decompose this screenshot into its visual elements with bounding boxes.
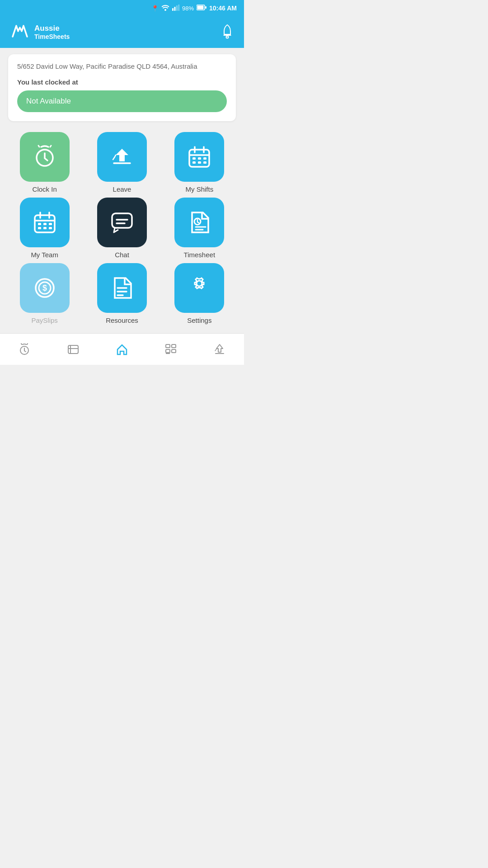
- svg-rect-3: [176, 5, 178, 11]
- app-header: Aussie TimeSheets: [0, 16, 244, 48]
- logo-icon: [9, 20, 31, 44]
- svg-rect-57: [166, 349, 170, 353]
- svg-line-37: [197, 222, 199, 223]
- svg-rect-55: [166, 344, 170, 348]
- svg-rect-28: [49, 223, 52, 225]
- svg-rect-32: [112, 213, 132, 228]
- address-text: 5/652 David Low Way, Pacific Paradise QL…: [17, 61, 227, 71]
- svg-rect-4: [178, 5, 180, 11]
- chat-icon-box: [97, 198, 147, 247]
- nav-grid[interactable]: [157, 339, 185, 360]
- resources-icon-box: [97, 263, 147, 313]
- my-shifts-label: My Shifts: [185, 185, 213, 193]
- menu-item-payslips[interactable]: $ PaySlips: [8, 263, 81, 324]
- time-display: 10:46 AM: [209, 5, 237, 12]
- svg-rect-52: [68, 345, 78, 354]
- svg-rect-27: [43, 223, 47, 225]
- my-shifts-icon-box: [174, 132, 224, 182]
- svg-rect-21: [203, 161, 206, 164]
- svg-rect-2: [174, 7, 176, 11]
- battery-percent: 98%: [182, 5, 194, 12]
- resources-label: Resources: [106, 316, 138, 324]
- last-clocked-label: You last clocked at: [17, 78, 227, 86]
- logo-container: Aussie TimeSheets: [9, 20, 70, 44]
- status-icons: 📍 98% 10:46 AM: [151, 5, 237, 12]
- notification-bell[interactable]: [220, 24, 235, 41]
- menu-item-my-team[interactable]: My Team: [8, 198, 81, 259]
- battery-icon: [197, 5, 206, 12]
- svg-line-48: [21, 344, 22, 344]
- location-icon: 📍: [151, 5, 159, 12]
- svg-line-11: [50, 146, 51, 147]
- logo-text: Aussie TimeSheets: [34, 24, 70, 40]
- timesheet-icon-box: [174, 198, 224, 247]
- svg-point-46: [197, 281, 202, 286]
- payslips-icon-box: $: [20, 263, 70, 313]
- menu-item-clock-in[interactable]: Clock In: [8, 132, 81, 193]
- svg-rect-1: [172, 8, 174, 11]
- svg-rect-30: [43, 227, 47, 229]
- svg-rect-56: [172, 344, 176, 348]
- bottom-navigation: [0, 333, 244, 365]
- timesheet-label: Timesheet: [184, 251, 215, 259]
- clock-in-label: Clock In: [33, 185, 57, 193]
- svg-rect-6: [197, 6, 204, 9]
- status-bar: 📍 98% 10:46 AM: [0, 0, 244, 16]
- payslips-label: PaySlips: [31, 316, 57, 324]
- wifi-icon: [161, 5, 169, 12]
- nav-list[interactable]: [59, 339, 87, 360]
- my-team-label: My Team: [31, 251, 58, 259]
- nav-clock-in[interactable]: [10, 339, 38, 360]
- svg-line-51: [24, 351, 26, 352]
- svg-point-0: [164, 9, 166, 11]
- svg-line-61: [215, 349, 216, 351]
- svg-rect-7: [205, 6, 206, 9]
- svg-rect-19: [192, 161, 196, 164]
- leave-label: Leave: [113, 185, 131, 193]
- menu-item-settings[interactable]: Settings: [163, 263, 236, 324]
- clock-in-icon-box: [20, 132, 70, 182]
- not-available-button[interactable]: Not Available: [17, 90, 227, 112]
- nav-home[interactable]: [108, 339, 136, 360]
- svg-point-8: [226, 36, 229, 38]
- svg-rect-29: [38, 227, 41, 229]
- menu-grid: Clock In Leave: [0, 127, 244, 329]
- leave-icon-box: [97, 132, 147, 182]
- svg-rect-16: [192, 157, 196, 160]
- svg-text:$: $: [42, 283, 47, 292]
- menu-item-my-shifts[interactable]: My Shifts: [163, 132, 236, 193]
- svg-rect-31: [49, 227, 52, 229]
- address-card: 5/652 David Low Way, Pacific Paradise QL…: [8, 54, 236, 121]
- settings-label: Settings: [187, 316, 211, 324]
- svg-rect-17: [198, 157, 201, 160]
- my-team-icon-box: [20, 198, 70, 247]
- settings-icon-box: [174, 263, 224, 313]
- signal-icon: [172, 5, 179, 12]
- menu-item-chat[interactable]: Chat: [85, 198, 158, 259]
- menu-item-leave[interactable]: Leave: [85, 132, 158, 193]
- svg-rect-26: [38, 223, 41, 225]
- menu-item-resources[interactable]: Resources: [85, 263, 158, 324]
- svg-line-10: [38, 146, 39, 147]
- svg-line-49: [27, 344, 28, 344]
- chat-label: Chat: [115, 251, 129, 259]
- nav-leave[interactable]: [206, 339, 234, 360]
- menu-item-timesheet[interactable]: Timesheet: [163, 198, 236, 259]
- svg-rect-20: [198, 161, 201, 164]
- main-content: 5/652 David Low Way, Pacific Paradise QL…: [0, 54, 244, 365]
- svg-rect-18: [203, 157, 206, 160]
- svg-rect-58: [172, 349, 176, 353]
